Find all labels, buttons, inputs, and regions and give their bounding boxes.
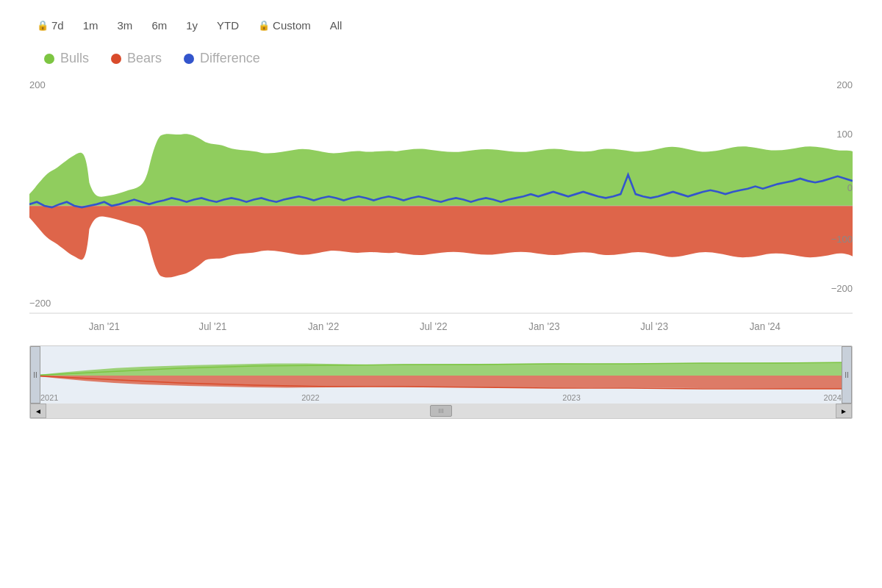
svg-text:Jan '21: Jan '21: [89, 321, 120, 332]
svg-text:Jan '24: Jan '24: [750, 321, 781, 332]
bulls-label: Bulls: [60, 51, 89, 66]
minimap-right-handle[interactable]: II: [842, 346, 852, 404]
svg-text:Jan '23: Jan '23: [528, 321, 559, 332]
y-label-neg100-right: −100: [831, 234, 853, 245]
toolbar: 🔒 7d 1m 3m 6m 1y YTD 🔒 Custom All: [0, 0, 882, 43]
legend: Bulls Bears Difference: [0, 43, 882, 74]
scroll-thumb: III: [46, 404, 836, 418]
year-2023: 2023: [562, 393, 580, 402]
btn-1m[interactable]: 1m: [76, 15, 106, 36]
chart-svg: Jan '21 Jul '21 Jan '22 Jul '22 Jan '23 …: [29, 74, 853, 338]
year-2024: 2024: [824, 393, 842, 402]
minimap-year-labels: 2021 2022 2023 2024: [40, 393, 842, 402]
lock-icon-custom: 🔒: [258, 20, 270, 31]
legend-bears[interactable]: Bears: [111, 51, 162, 66]
legend-bulls[interactable]: Bulls: [44, 51, 89, 66]
btn-7d[interactable]: 🔒 7d: [29, 15, 71, 36]
btn-ytd[interactable]: YTD: [209, 15, 246, 36]
bulls-dot: [44, 54, 54, 64]
bears-label: Bears: [127, 51, 162, 66]
minimap-left-handle[interactable]: II: [30, 346, 40, 404]
difference-label: Difference: [200, 51, 260, 66]
y-label-0-right: 0: [847, 182, 853, 193]
svg-text:Jul '23: Jul '23: [640, 321, 668, 332]
lock-icon: 🔒: [37, 20, 49, 31]
year-2022: 2022: [301, 393, 319, 402]
year-2021: 2021: [40, 393, 58, 402]
scroll-left-button[interactable]: ◄: [30, 404, 46, 418]
svg-text:Jul '21: Jul '21: [199, 321, 227, 332]
legend-difference[interactable]: Difference: [184, 51, 260, 66]
minimap[interactable]: 2021 2022 2023 2024 II II ◄ III ►: [29, 345, 853, 419]
btn-1y[interactable]: 1y: [179, 15, 205, 36]
y-label-neg200-right: −200: [831, 283, 853, 294]
btn-custom[interactable]: 🔒 Custom: [251, 15, 318, 36]
y-label-100-right: 100: [836, 129, 853, 140]
btn-3m[interactable]: 3m: [110, 15, 140, 36]
y-label-neg200-left: −200: [29, 298, 51, 309]
minimap-scrollbar: ◄ III ►: [30, 404, 852, 418]
y-label-200-left: 200: [29, 79, 46, 90]
svg-text:Jan '22: Jan '22: [308, 321, 339, 332]
main-chart: 200 −200 200 100 0 −100 −200 Jan '21 Jul…: [29, 74, 853, 338]
scroll-right-button[interactable]: ►: [836, 404, 852, 418]
svg-text:Jul '22: Jul '22: [420, 321, 448, 332]
btn-6m[interactable]: 6m: [144, 15, 174, 36]
scroll-handle[interactable]: III: [430, 405, 452, 417]
btn-all[interactable]: All: [323, 15, 350, 36]
difference-dot: [184, 54, 194, 64]
bears-dot: [111, 54, 121, 64]
y-label-200-right: 200: [836, 79, 853, 90]
